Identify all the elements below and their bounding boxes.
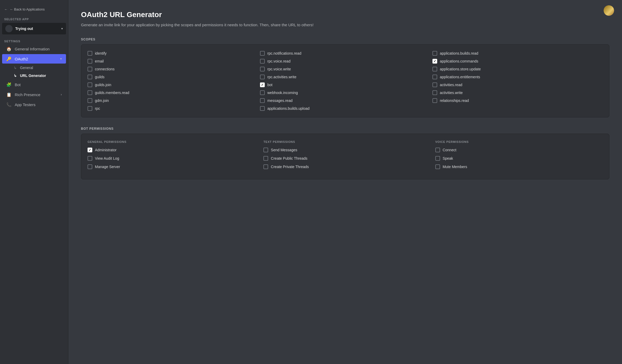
key-icon: 🔑 (6, 56, 12, 61)
sidebar-item-oauth2[interactable]: 🔑 OAuth2 ▾ (2, 54, 66, 64)
permission-checkbox-administrator[interactable] (88, 148, 92, 152)
permission-checkbox-manage-server[interactable] (88, 164, 92, 169)
scope-label-activities-read: activities.read (440, 83, 462, 87)
scope-label-email: email (95, 59, 104, 63)
scope-checkbox-applications-store-update[interactable] (432, 67, 437, 71)
scope-item-rpc-voice-read: rpc.voice.read (260, 59, 430, 64)
permission-label-create-private-threads: Create Private Threads (271, 165, 309, 169)
scope-checkbox-messages-read[interactable] (260, 98, 265, 103)
permission-label-mute-members: Mute Members (443, 165, 467, 169)
scopes-box: identifyrpc.notifications.readapplicatio… (81, 44, 609, 117)
bot-permissions-box: GENERAL PERMISSIONS AdministratorView Au… (81, 134, 609, 179)
permission-label-send-messages: Send Messages (271, 148, 297, 152)
voice-permissions-header: VOICE PERMISSIONS (435, 140, 603, 143)
back-to-applications-link[interactable]: ← ← Back to Applications (0, 5, 68, 13)
back-arrow-icon: ← (4, 7, 8, 11)
scope-label-rpc-voice-write: rpc.voice.write (267, 67, 291, 71)
scope-checkbox-applications-commands[interactable] (432, 59, 437, 64)
scope-item-email: email (88, 59, 258, 64)
scope-checkbox-activities-write[interactable] (432, 90, 437, 95)
sidebar-item-rich-presence[interactable]: 📋 Rich Presence › (2, 90, 66, 99)
sidebar-subitem-url-generator-label: URL Generator (20, 74, 46, 78)
sidebar-item-general-information[interactable]: 🏠 General Information (2, 44, 66, 54)
scope-label-activities-write: activities.write (440, 91, 463, 95)
scope-label-rpc-activities-write: rpc.activities.write (267, 75, 296, 79)
text-permissions-column: TEXT PERMISSIONS Send MessagesCreate Pub… (259, 140, 431, 173)
scope-label-messages-read: messages.read (267, 98, 293, 103)
scope-label-applications-builds-read: applications.builds.read (440, 51, 478, 55)
scope-checkbox-rpc[interactable] (88, 106, 92, 111)
scope-item-relationships-read: relationships.read (432, 98, 603, 103)
scope-checkbox-rpc-notifications-read[interactable] (260, 51, 265, 56)
permission-label-administrator: Administrator (95, 148, 116, 152)
scope-item-applications-builds-upload: applications.builds.upload (260, 106, 430, 111)
page-title: OAuth2 URL Generator (81, 11, 609, 19)
scope-checkbox-bot[interactable] (260, 82, 265, 87)
permission-item-administrator: Administrator (88, 148, 255, 152)
sub-arrow-icon-2: ↳ (14, 74, 17, 78)
app-name: Trying out (15, 27, 33, 31)
scope-checkbox-email[interactable] (88, 59, 92, 64)
scope-item-applications-commands: applications.commands (432, 59, 603, 64)
sidebar-item-rich-presence-label: Rich Presence (15, 92, 40, 97)
back-link-text: ← Back to Applications (10, 7, 45, 11)
permission-checkbox-send-messages[interactable] (263, 148, 268, 152)
scope-item-messages-read: messages.read (260, 98, 430, 103)
scope-label-connections: connections (95, 67, 115, 71)
permission-item-send-messages: Send Messages (263, 148, 427, 152)
scope-checkbox-rpc-voice-write[interactable] (260, 67, 265, 71)
scope-checkbox-identify[interactable] (88, 51, 92, 56)
scope-checkbox-relationships-read[interactable] (432, 98, 437, 103)
scope-checkbox-applications-builds-upload[interactable] (260, 106, 265, 111)
sidebar-item-general-information-label: General Information (15, 47, 50, 51)
scope-item-activities-read: activities.read (432, 82, 603, 87)
scope-checkbox-webhook-incoming[interactable] (260, 90, 265, 95)
scope-checkbox-connections[interactable] (88, 67, 92, 71)
scope-checkbox-gdm-join[interactable] (88, 98, 92, 103)
permission-checkbox-mute-members[interactable] (435, 164, 440, 169)
scope-checkbox-applications-entitlements[interactable] (432, 75, 437, 79)
permission-checkbox-connect[interactable] (435, 148, 440, 152)
scope-item-applications-store-update: applications.store.update (432, 67, 603, 71)
text-permissions-header: TEXT PERMISSIONS (263, 140, 427, 143)
scope-checkbox-activities-read[interactable] (432, 82, 437, 87)
permissions-grid: GENERAL PERMISSIONS AdministratorView Au… (88, 140, 603, 173)
permission-checkbox-create-private-threads[interactable] (263, 164, 268, 169)
scope-item-webhook-incoming: webhook.incoming (260, 90, 430, 95)
page-description: Generate an invite link for your applica… (81, 22, 318, 28)
scope-item-rpc-activities-write: rpc.activities.write (260, 75, 430, 79)
scope-item-activities-write: activities.write (432, 90, 603, 95)
permission-item-connect: Connect (435, 148, 603, 152)
rich-presence-chevron-right-icon: › (61, 93, 62, 96)
main-content: OAuth2 URL Generator Generate an invite … (68, 0, 622, 364)
scope-checkbox-guilds-join[interactable] (88, 82, 92, 87)
permission-item-create-private-threads: Create Private Threads (263, 164, 427, 169)
scope-item-identify: identify (88, 51, 258, 56)
scope-item-rpc-notifications-read: rpc.notifications.read (260, 51, 430, 56)
scope-item-rpc-voice-write: rpc.voice.write (260, 67, 430, 71)
permission-checkbox-speak[interactable] (435, 156, 440, 161)
scope-checkbox-rpc-activities-write[interactable] (260, 75, 265, 79)
app-selector[interactable]: Trying out ▾ (2, 23, 66, 34)
scope-checkbox-applications-builds-read[interactable] (432, 51, 437, 56)
app-selector-left: Trying out (5, 25, 33, 32)
selected-app-label: SELECTED APP (0, 18, 68, 21)
sidebar-subitem-url-generator[interactable]: ↳ URL Generator (2, 72, 66, 79)
scope-checkbox-guilds-members-read[interactable] (88, 90, 92, 95)
scope-label-rpc-voice-read: rpc.voice.read (267, 59, 290, 63)
scope-checkbox-guilds[interactable] (88, 75, 92, 79)
phone-icon: 📞 (6, 102, 12, 107)
scope-checkbox-rpc-voice-read[interactable] (260, 59, 265, 64)
permission-label-connect: Connect (443, 148, 456, 152)
scope-label-applications-entitlements: applications.entitlements (440, 75, 480, 79)
permission-checkbox-create-public-threads[interactable] (263, 156, 268, 161)
sidebar-subitem-general[interactable]: ↳ General (2, 64, 66, 71)
sidebar-item-app-testers[interactable]: 📞 App Testers (2, 100, 66, 109)
sidebar-item-bot[interactable]: 🧩 Bot (2, 80, 66, 89)
permission-checkbox-view-audit-log[interactable] (88, 156, 92, 161)
sidebar: ← ← Back to Applications SELECTED APP Tr… (0, 0, 68, 364)
scope-label-guilds-members-read: guilds.members.read (95, 91, 129, 95)
scope-label-guilds-join: guilds.join (95, 83, 111, 87)
general-permissions-column: GENERAL PERMISSIONS AdministratorView Au… (88, 140, 259, 173)
chevron-down-icon: ▾ (61, 27, 63, 30)
